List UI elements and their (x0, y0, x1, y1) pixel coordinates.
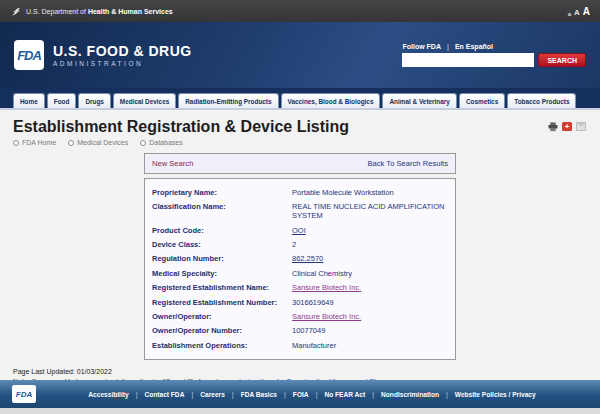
footer-link-separator: | (372, 391, 374, 398)
row-value: 862.2570 (292, 254, 448, 263)
footer-fda-logo[interactable]: FDA (12, 385, 36, 403)
row-label: Device Class: (152, 240, 286, 249)
nav-tab-radiation-emitting-products[interactable]: Radiation-Emitting Products (178, 93, 278, 108)
row-value: 2 (292, 240, 448, 249)
row-value-link[interactable]: Sansure Biotech Inc. (292, 283, 361, 292)
hhs-eagle-icon (10, 6, 21, 17)
print-icon[interactable] (548, 122, 558, 131)
footer-link-separator: | (136, 391, 138, 398)
footer-links: Accessibility|Contact FDA|Careers|FDA Ba… (36, 391, 588, 398)
row-label: Classification Name: (152, 202, 286, 221)
nav-tab-home[interactable]: Home (13, 93, 45, 108)
footer-link-separator: | (316, 391, 318, 398)
row-label: Establishment Operations: (152, 341, 286, 350)
row-value: Sansure Biotech Inc. (292, 283, 448, 292)
fda-device-listing-page: U.S. Department of Health & Human Servic… (0, 0, 600, 414)
footer-link-accessibility[interactable]: Accessibility (88, 391, 128, 398)
table-row: Device Class:2 (152, 238, 448, 252)
primary-nav: HomeFoodDrugsMedical DevicesRadiation-Em… (0, 88, 600, 110)
device-detail-table: Proprietary Name:Portable Molecule Works… (144, 178, 456, 360)
page-last-updated: Page Last Updated: 01/03/2022 (13, 367, 587, 378)
table-row: Registered Establishment Number:30166196… (152, 295, 448, 309)
table-row: Classification Name:REAL TIME NUCLEIC AC… (152, 199, 448, 223)
breadcrumb-item-medical-devices[interactable]: Medical Devices (68, 139, 128, 146)
breadcrumb-item-databases[interactable]: Databases (140, 139, 182, 146)
font-size-control-1[interactable]: A (574, 8, 580, 17)
table-row: Product Code:OOI (152, 223, 448, 237)
table-row: Medical Specialty:Clinical Chemistry (152, 266, 448, 280)
row-label: Proprietary Name: (152, 188, 286, 197)
share-icon[interactable]: + (562, 122, 572, 131)
header-link-separator: | (447, 43, 449, 50)
fda-header: FDA U.S. FOOD & DRUG ADMINISTRATION Foll… (0, 22, 600, 88)
font-size-controls: aAA (568, 6, 590, 17)
row-label: Registered Establishment Name: (152, 283, 286, 292)
back-to-search-results-link[interactable]: Back To Search Results (368, 159, 448, 168)
nav-tab-vaccines-blood-biologics[interactable]: Vaccines, Blood & Biologics (281, 93, 381, 108)
fda-logo[interactable]: FDA (14, 40, 44, 70)
row-label: Registered Establishment Number: (152, 298, 286, 307)
breadcrumb-label: FDA Home (22, 139, 56, 146)
page-title: Establishment Registration & Device List… (13, 118, 587, 136)
row-label: Product Code: (152, 226, 286, 235)
hhs-dept-name: Health & Human Services (88, 8, 173, 15)
breadcrumb-dot-icon (140, 140, 146, 146)
footer-link-separator: | (191, 391, 193, 398)
table-row: Registered Establishment Name:Sansure Bi… (152, 281, 448, 295)
new-search-link[interactable]: New Search (152, 159, 193, 168)
row-value: Sansure Biotech Inc. (292, 312, 448, 321)
footer-link-separator: | (446, 391, 448, 398)
table-row: Establishment Operations:Manufacturer (152, 338, 448, 352)
en-espanol-link[interactable]: En Español (455, 43, 493, 50)
nav-tab-cosmetics[interactable]: Cosmetics (459, 93, 505, 108)
table-row: Owner/Operator:Sansure Biotech Inc. (152, 309, 448, 323)
row-value: 10077049 (292, 326, 448, 335)
footer-link-fda-basics[interactable]: FDA Basics (241, 391, 277, 398)
nav-tab-drugs[interactable]: Drugs (78, 93, 110, 108)
device-detail-panel: New Search Back To Search Results Propri… (144, 153, 456, 360)
footer-link-separator: | (284, 391, 286, 398)
nav-tab-tobacco-products[interactable]: Tobacco Products (507, 93, 576, 108)
fda-header-title: U.S. FOOD & DRUG ADMINISTRATION (53, 43, 192, 67)
hhs-top-bar: U.S. Department of Health & Human Servic… (0, 0, 600, 22)
footer-link-foia[interactable]: FOIA (293, 391, 309, 398)
row-label: Regulation Number: (152, 254, 286, 263)
row-value-link[interactable]: OOI (292, 226, 306, 235)
row-value-link[interactable]: Sansure Biotech Inc. (292, 312, 361, 321)
breadcrumb-item-fda-home[interactable]: FDA Home (13, 139, 56, 146)
breadcrumb-label: Medical Devices (77, 139, 128, 146)
footer-link-careers[interactable]: Careers (200, 391, 225, 398)
nav-tab-food[interactable]: Food (47, 93, 77, 108)
fda-title-line2: ADMINISTRATION (53, 60, 192, 67)
fda-title-line1: U.S. FOOD & DRUG (53, 43, 192, 59)
nav-tab-animal-veterinary[interactable]: Animal & Veterinary (382, 93, 456, 108)
footer-link-website-policies-privacy[interactable]: Website Policies / Privacy (455, 391, 536, 398)
font-size-control-2[interactable]: A (583, 6, 590, 17)
row-value: OOI (292, 226, 448, 235)
panel-header: New Search Back To Search Results (144, 153, 456, 174)
breadcrumb: FDA HomeMedical DevicesDatabases (13, 139, 587, 146)
breadcrumb-label: Databases (149, 139, 182, 146)
row-value: REAL TIME NUCLEIC ACID AMPLIFICATION SYS… (292, 202, 448, 221)
row-value: Portable Molecule Workstation (292, 188, 448, 197)
search-button[interactable]: SEARCH (538, 53, 586, 67)
hhs-dept-link[interactable]: U.S. Department of Health & Human Servic… (10, 6, 173, 17)
footer-link-no-fear-act[interactable]: No FEAR Act (324, 391, 365, 398)
table-row: Regulation Number:862.2570 (152, 252, 448, 266)
row-value: 3016619649 (292, 298, 448, 307)
footer-bar: FDA Accessibility|Contact FDA|Careers|FD… (0, 380, 600, 408)
table-row: Proprietary Name:Portable Molecule Works… (152, 185, 448, 199)
nav-tab-medical-devices[interactable]: Medical Devices (113, 93, 176, 108)
row-label: Medical Specialty: (152, 269, 286, 278)
footer-link-contact-fda[interactable]: Contact FDA (144, 391, 184, 398)
follow-fda-link[interactable]: Follow FDA (402, 43, 441, 50)
row-label: Owner/Operator: (152, 312, 286, 321)
footer-link-nondiscrimination[interactable]: Nondiscrimination (381, 391, 439, 398)
email-icon[interactable] (576, 122, 586, 131)
table-row: Owner/Operator Number:10077049 (152, 324, 448, 338)
row-value-link[interactable]: 862.2570 (292, 254, 323, 263)
search-input[interactable] (402, 53, 534, 67)
font-size-control-0[interactable]: a (568, 11, 571, 17)
footer-link-separator: | (232, 391, 234, 398)
row-label: Owner/Operator Number: (152, 326, 286, 335)
